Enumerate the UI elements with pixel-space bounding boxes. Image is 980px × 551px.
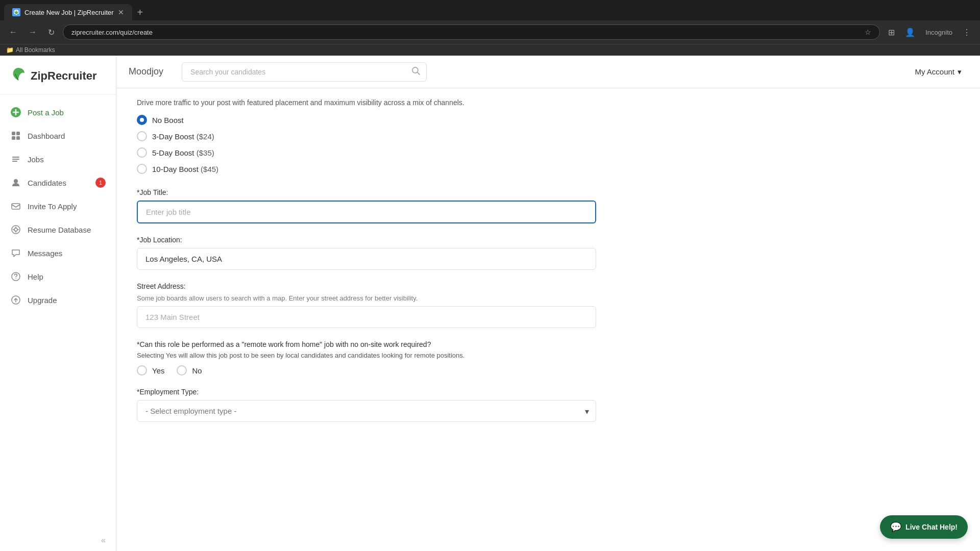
incognito-label: Incognito bbox=[922, 27, 955, 38]
job-title-input[interactable] bbox=[137, 201, 596, 223]
tab-favicon bbox=[12, 8, 20, 16]
sidebar-item-invite-to-apply[interactable]: Invite To Apply bbox=[0, 194, 116, 218]
new-tab-button[interactable]: + bbox=[132, 5, 149, 20]
tab-title: Create New Job | ZipRecruiter bbox=[24, 9, 114, 16]
active-tab[interactable]: Create New Job | ZipRecruiter ✕ bbox=[4, 4, 132, 20]
sidebar-item-label-invite: Invite To Apply bbox=[28, 202, 77, 211]
radio-no-indicator bbox=[177, 365, 187, 375]
radio-10day-indicator bbox=[137, 164, 147, 174]
boost-option-3day[interactable]: 3-Day Boost ($24) bbox=[137, 131, 960, 141]
sidebar-collapse-button[interactable]: « bbox=[0, 530, 116, 551]
extensions-icon[interactable]: ⊞ bbox=[885, 26, 898, 39]
my-account-label: My Account bbox=[915, 67, 954, 76]
live-chat-icon: 💬 bbox=[890, 521, 901, 533]
job-location-label: *Job Location: bbox=[137, 236, 960, 244]
messages-icon bbox=[10, 247, 21, 259]
sidebar-item-label-dashboard: Dashboard bbox=[28, 132, 65, 140]
search-bar bbox=[182, 62, 427, 82]
remote-options: Yes No bbox=[137, 365, 960, 375]
sidebar-item-jobs[interactable]: Jobs bbox=[0, 147, 116, 171]
bookmarks-icon: 📁 bbox=[6, 46, 14, 54]
back-button[interactable]: ← bbox=[6, 26, 20, 39]
invite-icon bbox=[10, 201, 21, 212]
search-input[interactable] bbox=[182, 62, 427, 82]
svg-rect-10 bbox=[12, 204, 20, 209]
boost-options: No Boost 3-Day Boost ($24) 5-Day Boost bbox=[137, 115, 960, 174]
content-area: Drive more traffic to your post with fea… bbox=[116, 88, 980, 444]
logo-text: ZipRecruiter bbox=[31, 69, 97, 83]
sidebar-item-post-job[interactable]: Post a Job bbox=[0, 101, 116, 124]
my-account-button[interactable]: My Account ▾ bbox=[909, 63, 968, 81]
sidebar-item-label-jobs: Jobs bbox=[28, 155, 44, 164]
street-address-label: Street Address: bbox=[137, 282, 960, 290]
forward-button[interactable]: → bbox=[26, 26, 40, 39]
bookmarks-label: All Bookmarks bbox=[16, 46, 55, 54]
company-name: Moodjoy bbox=[129, 66, 163, 77]
street-address-desc: Some job boards allow users to search wi… bbox=[137, 294, 960, 302]
svg-point-9 bbox=[14, 179, 18, 183]
boost-option-10day[interactable]: 10-Day Boost ($45) bbox=[137, 164, 960, 174]
svg-rect-4 bbox=[12, 136, 15, 140]
sidebar-item-label-messages: Messages bbox=[28, 249, 62, 258]
reload-button[interactable]: ↻ bbox=[45, 26, 58, 39]
radio-5day-indicator bbox=[137, 147, 147, 158]
remote-section: *Can this role be performed as a "remote… bbox=[137, 340, 960, 375]
chevron-down-icon: ▾ bbox=[958, 67, 962, 77]
boost-label-3day: 3-Day Boost ($24) bbox=[152, 132, 214, 141]
app-container: ZipRecruiter Post a Job Dashboard Job bbox=[0, 56, 980, 551]
boost-option-no-boost[interactable]: No Boost bbox=[137, 115, 960, 125]
sidebar-item-resume-database[interactable]: Resume Database bbox=[0, 218, 116, 241]
main-content: Drive more traffic to your post with fea… bbox=[116, 88, 980, 551]
logo: ZipRecruiter bbox=[10, 66, 106, 86]
svg-rect-3 bbox=[16, 132, 20, 135]
sidebar-item-dashboard[interactable]: Dashboard bbox=[0, 124, 116, 147]
live-chat-button[interactable]: 💬 Live Chat Help! bbox=[880, 515, 968, 539]
tab-close-button[interactable]: ✕ bbox=[118, 8, 124, 16]
candidates-badge: 1 bbox=[95, 178, 106, 188]
remote-no-label: No bbox=[192, 366, 202, 375]
remote-yes-option[interactable]: Yes bbox=[137, 365, 164, 375]
remote-desc: Selecting Yes will allow this job post t… bbox=[137, 352, 960, 359]
employment-type-select[interactable]: - Select employment type - Full-time Par… bbox=[137, 400, 596, 422]
sidebar-item-label-upgrade: Upgrade bbox=[28, 296, 57, 305]
bookmarks-bar: 📁 All Bookmarks bbox=[0, 44, 980, 56]
toolbar-actions: ⊞ 👤 Incognito ⋮ bbox=[885, 26, 974, 39]
sidebar-item-help[interactable]: Help bbox=[0, 265, 116, 288]
employment-type-label: *Employment Type: bbox=[137, 388, 960, 396]
browser-toolbar: ← → ↻ ziprecruiter.com/quiz/create ☆ ⊞ 👤… bbox=[0, 20, 980, 44]
boost-label-5day: 5-Day Boost ($35) bbox=[152, 148, 214, 157]
remote-no-option[interactable]: No bbox=[177, 365, 202, 375]
sidebar-item-label-resume: Resume Database bbox=[28, 226, 91, 234]
sidebar-item-label-candidates: Candidates bbox=[28, 179, 66, 187]
sidebar-item-upgrade[interactable]: Upgrade bbox=[0, 288, 116, 312]
browser-chrome: Create New Job | ZipRecruiter ✕ + ← → ↻ … bbox=[0, 0, 980, 56]
top-header: Moodjoy My Account ▾ bbox=[116, 56, 980, 88]
boost-option-5day[interactable]: 5-Day Boost ($35) bbox=[137, 147, 960, 158]
star-icon: ☆ bbox=[865, 28, 871, 36]
radio-yes-indicator bbox=[137, 365, 147, 375]
svg-rect-7 bbox=[12, 159, 19, 160]
address-bar[interactable]: ziprecruiter.com/quiz/create ☆ bbox=[63, 24, 880, 40]
svg-rect-6 bbox=[12, 157, 19, 158]
svg-rect-8 bbox=[12, 161, 17, 162]
menu-icon[interactable]: ⋮ bbox=[960, 26, 974, 39]
radio-no-boost-indicator bbox=[137, 115, 147, 125]
street-address-section: Street Address: Some job boards allow us… bbox=[137, 282, 960, 328]
sidebar-item-messages[interactable]: Messages bbox=[0, 241, 116, 265]
sidebar-item-candidates[interactable]: Candidates 1 bbox=[0, 171, 116, 194]
post-job-icon bbox=[10, 107, 21, 118]
job-location-input[interactable] bbox=[137, 248, 596, 270]
profile-icon[interactable]: 👤 bbox=[902, 26, 918, 39]
svg-rect-5 bbox=[16, 136, 20, 140]
sidebar-logo: ZipRecruiter bbox=[0, 56, 116, 94]
street-address-input[interactable] bbox=[137, 306, 596, 328]
live-chat-label: Live Chat Help! bbox=[905, 523, 958, 531]
sidebar-item-label-post-job: Post a Job bbox=[28, 108, 64, 117]
svg-point-14 bbox=[15, 278, 16, 279]
upgrade-icon bbox=[10, 294, 21, 306]
sidebar-nav: Post a Job Dashboard Jobs Candidates 1 bbox=[0, 94, 116, 530]
sidebar: ZipRecruiter Post a Job Dashboard Job bbox=[0, 56, 116, 551]
job-title-section: *Job Title: bbox=[137, 188, 960, 223]
svg-point-12 bbox=[14, 228, 17, 231]
jobs-icon bbox=[10, 154, 21, 165]
